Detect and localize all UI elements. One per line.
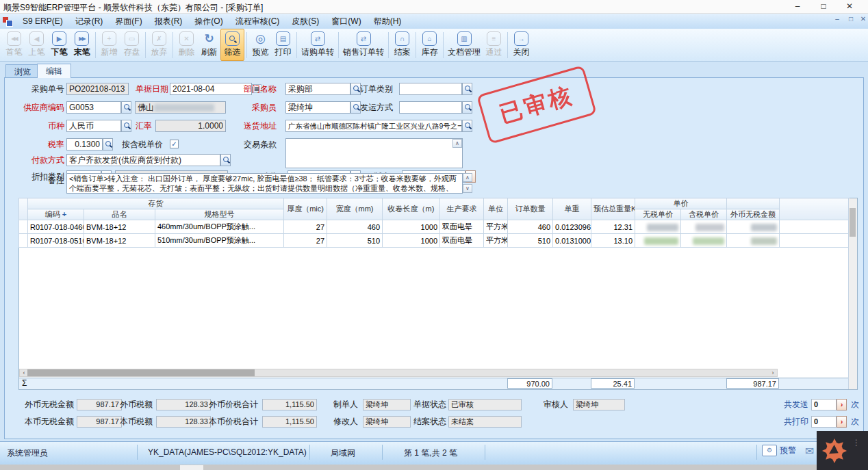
col-price-tax[interactable]: 含税单价 <box>681 209 727 220</box>
print-count-spinner[interactable]: › <box>837 416 847 428</box>
col-code[interactable]: 编码 + <box>28 209 84 220</box>
mail-icon[interactable]: ✉ <box>805 445 814 458</box>
cell-length[interactable]: 1000 <box>383 234 440 248</box>
cell-production[interactable]: 双面电晕 <box>440 220 484 234</box>
tab-edit[interactable]: 编辑 <box>37 64 71 78</box>
cell-foreign-amount[interactable] <box>727 220 780 234</box>
vscroll-thumb[interactable] <box>850 208 856 237</box>
cell-thickness[interactable]: 27 <box>284 234 327 248</box>
first-record-button[interactable]: ◀◀首笔 <box>3 29 25 60</box>
col-foreign-amount[interactable]: 外币无税金额 <box>727 209 780 220</box>
document-management-button[interactable]: ▥文档管理 <box>446 29 483 60</box>
payment-method-field[interactable]: 客户齐款发货(供应商货到付款) <box>66 154 220 166</box>
trade-terms-field[interactable] <box>285 138 463 168</box>
col-spec[interactable]: 规格型号 <box>155 209 284 220</box>
hscroll-right-icon[interactable]: › <box>769 369 777 376</box>
minimize-button[interactable]: – <box>789 1 806 12</box>
remark-field[interactable]: <销售订单>转入注意： 出口国外订单， 厚度要够27mic, 胶面电晕值≥38；… <box>66 173 463 194</box>
buyer-field[interactable]: 梁绮坤 <box>285 101 350 114</box>
col-item-name[interactable]: 品名 <box>84 209 155 220</box>
overlay-menu-dots-icon[interactable]: ⋮ <box>852 439 860 446</box>
cell-price-tax[interactable] <box>681 220 727 234</box>
cell-name[interactable]: BVM-18+12 <box>84 220 155 234</box>
delivery-address-field[interactable]: 广东省佛山市顺德区陈村镇广隆工业区兴业八路9号之一 <box>285 120 462 132</box>
menu-interface[interactable]: 界面(F) <box>109 14 148 29</box>
next-record-button[interactable]: ▶下笔 <box>48 29 71 60</box>
cell-unit-weight[interactable]: 0.0131000 <box>553 234 591 248</box>
supplier-code-field[interactable]: G0053 <box>66 101 121 114</box>
cell-width[interactable]: 510 <box>327 234 383 248</box>
last-record-button[interactable]: ▶▶末笔 <box>71 29 93 60</box>
alert-button[interactable]: ⚙ 预警 <box>762 445 796 456</box>
row-indicator[interactable] <box>19 234 28 248</box>
sort-pin-icon[interactable]: + <box>62 210 66 218</box>
discard-button[interactable]: ✗放弃 <box>148 29 170 60</box>
prev-record-button[interactable]: ◀上笔 <box>25 29 48 60</box>
menu-s9erp[interactable]: S9 ERP(E) <box>16 14 69 29</box>
tax-rate-lookup-icon[interactable] <box>103 138 113 151</box>
cell-production[interactable]: 双面电晕 <box>440 234 484 248</box>
col-unit[interactable]: 单位 <box>484 198 508 220</box>
save-button[interactable]: ▭存盘 <box>120 29 143 60</box>
recorder-overlay[interactable]: ⋮ <box>817 431 868 470</box>
cell-foreign-amount[interactable] <box>727 234 780 248</box>
currency-field[interactable]: 人民币 <box>66 120 121 132</box>
cell-code[interactable]: R0107-018-0460-... <box>28 220 84 234</box>
send-count-field[interactable]: 0 <box>811 399 837 410</box>
tax-included-checkbox[interactable]: ✓ <box>170 140 179 148</box>
delete-button[interactable]: ✕删除 <box>175 29 198 60</box>
row-indicator[interactable] <box>19 220 28 234</box>
terms-scroll-up-icon[interactable]: ∧ <box>452 139 462 148</box>
approve-button[interactable]: ≡通过 <box>483 29 505 60</box>
mdi-restore-button[interactable]: □ <box>845 15 857 23</box>
cell-qty[interactable]: 510 <box>508 234 553 248</box>
cell-spec[interactable]: 510mm/30um/BOPP预涂触... <box>155 234 284 248</box>
menu-workflow[interactable]: 流程审核(C) <box>229 14 286 29</box>
cell-est-weight[interactable]: 12.31 <box>591 220 635 234</box>
dept-field[interactable]: 采购部 <box>285 83 350 95</box>
menu-help[interactable]: 帮助(H) <box>368 14 408 29</box>
col-thickness[interactable]: 厚度（mic) <box>284 198 327 220</box>
mdi-close-button[interactable]: ✕ <box>857 15 868 23</box>
filter-button[interactable]: 筛选 <box>220 29 244 61</box>
mdi-minimize-button[interactable]: – <box>831 15 843 23</box>
tab-browse[interactable]: 浏览 <box>5 64 40 78</box>
order-type-lookup-icon[interactable] <box>462 83 472 95</box>
menu-record[interactable]: 记录(R) <box>69 14 110 29</box>
remark-scroll-up-icon[interactable]: ∧ <box>463 173 472 182</box>
remark-scroll-down-icon[interactable]: ∨ <box>463 184 472 193</box>
cell-unit[interactable]: 平方米 <box>484 234 508 248</box>
col-price-notax[interactable]: 无税单价 <box>635 209 681 220</box>
preview-button[interactable]: ◎预览 <box>249 29 272 60</box>
hscroll-thumb[interactable] <box>27 369 255 376</box>
inventory-group-header[interactable]: 存货 <box>28 198 284 209</box>
cell-thickness[interactable]: 27 <box>284 220 327 234</box>
menu-skin[interactable]: 皮肤(S) <box>285 14 325 29</box>
cell-width[interactable]: 460 <box>327 220 383 234</box>
cell-spec[interactable]: 460mm/30um/BOPP预涂触... <box>155 220 284 234</box>
inventory-button[interactable]: ⌂库存 <box>418 29 441 60</box>
cell-name[interactable]: BVM-18+12 <box>84 234 155 248</box>
close-button[interactable]: ✕ <box>841 1 858 12</box>
send-count-spinner[interactable]: › <box>837 399 847 410</box>
supplier-lookup-icon[interactable] <box>121 101 131 114</box>
col-order-qty[interactable]: 订单数量 <box>508 198 553 220</box>
ship-method-field[interactable] <box>399 101 462 114</box>
payment-lookup-icon[interactable] <box>220 154 231 166</box>
cell-qty[interactable]: 460 <box>508 220 553 234</box>
grid-row[interactable]: R0107-018-0460-... BVM-18+12 460mm/30um/… <box>19 220 850 234</box>
print-count-field[interactable]: 0 <box>811 416 837 428</box>
cell-price-notax[interactable] <box>635 220 681 234</box>
maximize-button[interactable]: □ <box>815 1 832 12</box>
cell-price-tax[interactable] <box>681 234 727 248</box>
menu-operation[interactable]: 操作(O) <box>188 14 229 29</box>
tax-rate-field[interactable]: 0.1300 <box>66 138 103 151</box>
col-width[interactable]: 宽度（mm) <box>327 198 383 220</box>
col-production-req[interactable]: 生产要求 <box>440 198 484 220</box>
menu-window[interactable]: 窗口(W) <box>325 14 367 29</box>
cell-code[interactable]: R0107-018-0510-... <box>28 234 84 248</box>
cell-unit[interactable]: 平方米 <box>484 220 508 234</box>
exit-button[interactable]: →关闭 <box>510 29 533 60</box>
grid-row[interactable]: R0107-018-0510-... BVM-18+12 510mm/30um/… <box>19 234 850 248</box>
cell-unit-weight[interactable]: 0.0123096 <box>553 220 591 234</box>
